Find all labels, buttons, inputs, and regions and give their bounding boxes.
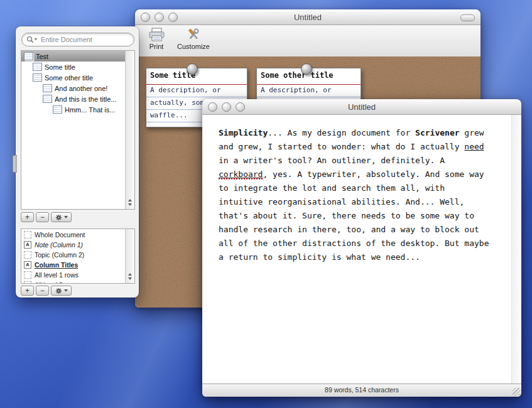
customize-label: Customize bbox=[177, 43, 210, 50]
add-button[interactable]: + bbox=[21, 212, 34, 222]
search-scope-label: Entire Document bbox=[41, 36, 92, 43]
toolbar: Print Customize bbox=[135, 25, 480, 57]
column-option-label: All level 1 rows bbox=[35, 271, 79, 279]
card-text-line: A description, or bbox=[146, 85, 247, 97]
action-menu-button[interactable] bbox=[51, 286, 72, 296]
text-segment: Scrivener bbox=[415, 128, 459, 137]
tree-item-label: Some other title bbox=[45, 74, 93, 82]
customize-button[interactable]: Customize bbox=[174, 28, 213, 50]
push-pin-icon bbox=[301, 63, 312, 75]
chevron-down-icon bbox=[64, 289, 68, 292]
column-option[interactable]: Whole Document bbox=[21, 230, 126, 240]
column-option-label: All level 2 rows bbox=[35, 281, 79, 284]
column-option-label: Column Titles bbox=[35, 261, 78, 269]
checkbox[interactable]: A bbox=[24, 261, 31, 269]
print-label: Print bbox=[149, 43, 164, 50]
tree-item[interactable]: Hmm... That is... bbox=[21, 104, 126, 115]
tree-item[interactable]: And this is the title... bbox=[21, 94, 126, 104]
column-option[interactable]: All level 1 rows bbox=[21, 270, 126, 280]
tree-item[interactable]: Some title bbox=[21, 62, 126, 72]
add-button[interactable]: + bbox=[21, 286, 34, 296]
tree-item[interactable]: Test bbox=[21, 51, 126, 62]
column-option[interactable]: All level 2 rows bbox=[21, 280, 126, 284]
column-rows: Whole Document A Note (Column 1) Topic (… bbox=[21, 230, 126, 283]
word-count: 89 words, 514 characters bbox=[325, 386, 399, 394]
column-option-label: Note (Column 1) bbox=[35, 241, 83, 249]
scrollbar-arrows bbox=[126, 197, 134, 208]
column-option[interactable]: A Note (Column 1) bbox=[21, 240, 126, 250]
editor-text: Simplicity... As my design document for … bbox=[219, 126, 492, 264]
scroll-down-icon[interactable] bbox=[128, 203, 132, 206]
tools-icon bbox=[185, 28, 202, 41]
scrollbar-arrows bbox=[126, 271, 134, 282]
printer-icon bbox=[148, 28, 165, 41]
document-icon bbox=[33, 63, 42, 71]
window-title: Untitled bbox=[135, 13, 480, 22]
card-text-line: A description, or bbox=[257, 85, 361, 97]
text-segment: , yes. A typewriter, absolutely. And som… bbox=[219, 169, 489, 262]
search-icon bbox=[26, 36, 38, 43]
desktop: Untitled Print bbox=[0, 0, 532, 408]
tree-item-label: Some title bbox=[45, 63, 75, 71]
checkbox[interactable] bbox=[24, 281, 31, 284]
tree-item-label: Hmm... That is... bbox=[65, 106, 115, 114]
tree-scrollbar[interactable] bbox=[125, 51, 134, 209]
document-icon bbox=[43, 84, 52, 92]
checkbox[interactable] bbox=[24, 251, 31, 259]
push-pin-icon bbox=[187, 63, 198, 75]
text-editor[interactable]: Simplicity... As my design document for … bbox=[202, 115, 521, 384]
document-icon bbox=[33, 73, 42, 82]
tree-item[interactable]: And another one! bbox=[21, 83, 126, 94]
gear-icon bbox=[55, 287, 62, 294]
editor-window: Untitled Simplicity... As my design docu… bbox=[202, 99, 521, 397]
text-segment: corkboard bbox=[219, 169, 263, 180]
resize-grip-icon[interactable] bbox=[513, 388, 521, 396]
document-icon bbox=[43, 95, 52, 103]
checkbox[interactable]: A bbox=[24, 241, 31, 249]
window-title: Untitled bbox=[202, 102, 521, 112]
tree-actions: + − bbox=[21, 212, 72, 222]
gear-icon bbox=[55, 214, 62, 221]
column-option[interactable]: A Column Titles bbox=[21, 260, 126, 270]
print-button[interactable]: Print bbox=[143, 28, 170, 50]
remove-button[interactable]: − bbox=[36, 286, 49, 296]
titlebar[interactable]: Untitled bbox=[202, 99, 521, 115]
columns-scrollbar[interactable] bbox=[125, 229, 134, 283]
checkbox[interactable] bbox=[24, 271, 31, 279]
action-menu-button[interactable] bbox=[51, 212, 72, 222]
text-segment: need bbox=[464, 142, 484, 151]
scroll-down-icon[interactable] bbox=[128, 277, 132, 280]
text-segment: Simplicity bbox=[219, 128, 268, 137]
editor-scrollbar[interactable] bbox=[511, 115, 521, 384]
tree-item-label: Test bbox=[36, 53, 48, 60]
columns-list: Whole Document A Note (Column 1) Topic (… bbox=[21, 228, 135, 284]
status-bar: 89 words, 514 characters bbox=[202, 384, 521, 397]
tree-item-label: And this is the title... bbox=[55, 95, 116, 103]
drawer-handle[interactable] bbox=[13, 155, 17, 173]
remove-button[interactable]: − bbox=[36, 212, 49, 222]
inspector-window: Entire Document Test Some title Some oth… bbox=[16, 26, 139, 298]
column-option[interactable]: Topic (Column 2) bbox=[21, 250, 126, 260]
chevron-down-icon bbox=[64, 216, 68, 218]
text-segment: in a writer's tool? An outliner, definit… bbox=[219, 156, 445, 165]
column-option-label: Topic (Column 2) bbox=[35, 251, 84, 259]
text-segment: ... As my design document for bbox=[268, 128, 415, 137]
tree-item[interactable]: Some other title bbox=[21, 72, 126, 83]
document-tree: Test Some title Some other title And ano… bbox=[21, 50, 135, 210]
checkbox[interactable] bbox=[24, 231, 31, 239]
search-input[interactable]: Entire Document bbox=[21, 33, 134, 46]
column-option-label: Whole Document bbox=[35, 231, 85, 239]
tree-rows: Test Some title Some other title And ano… bbox=[21, 51, 126, 209]
document-icon bbox=[53, 105, 62, 114]
scroll-up-icon[interactable] bbox=[128, 273, 132, 276]
columns-actions: + − bbox=[21, 286, 72, 296]
scroll-up-icon[interactable] bbox=[128, 199, 132, 201]
toolbar-toggle-button[interactable] bbox=[460, 14, 475, 21]
titlebar[interactable]: Untitled bbox=[135, 9, 480, 25]
tree-item-label: And another one! bbox=[55, 85, 107, 92]
card-stack-icon bbox=[24, 52, 33, 60]
